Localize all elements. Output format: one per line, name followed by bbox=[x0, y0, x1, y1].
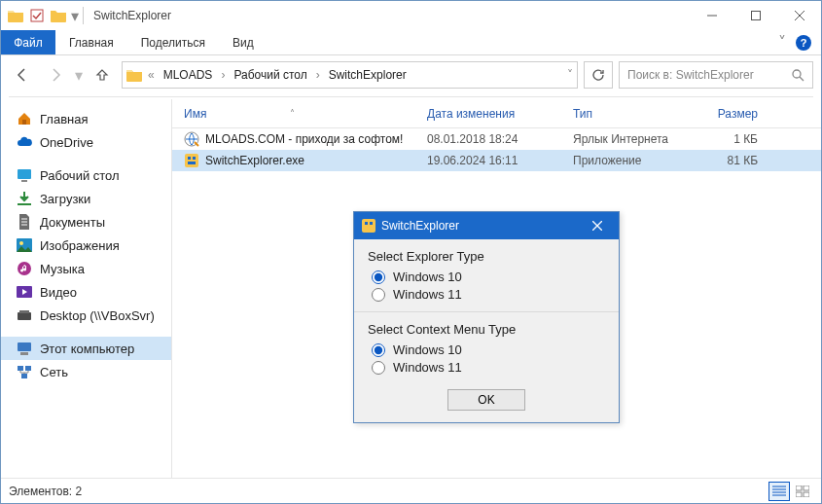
sidebar-item-documents[interactable]: Документы bbox=[1, 210, 171, 234]
ribbon-expand-icon[interactable]: ˅ bbox=[778, 33, 786, 52]
file-row[interactable]: MLOADS.COM - приходи за софтом! 08.01.20… bbox=[172, 128, 821, 150]
address-bar[interactable]: « MLOADS › Рабочий стол › SwitchExplorer… bbox=[122, 61, 578, 89]
radio-explorer-win10[interactable]: Windows 10 bbox=[372, 270, 605, 284]
sidebar-item-label: Документы bbox=[40, 215, 105, 230]
svg-rect-15 bbox=[18, 366, 23, 371]
sidebar-item-label: Видео bbox=[40, 285, 77, 300]
titlebar[interactable]: ▾ SwitchExplorer bbox=[1, 1, 821, 30]
chevron-right-icon[interactable]: › bbox=[314, 68, 322, 82]
sidebar-item-home[interactable]: Главная bbox=[1, 107, 171, 130]
chevron-right-icon[interactable]: › bbox=[219, 68, 227, 82]
sidebar-item-thispc[interactable]: Этот компьютер bbox=[1, 337, 171, 360]
file-date: 19.06.2024 16:11 bbox=[427, 154, 573, 167]
sidebar-item-videos[interactable]: Видео bbox=[1, 280, 171, 304]
file-type: Ярлык Интернета bbox=[573, 132, 690, 146]
svg-rect-13 bbox=[18, 342, 31, 351]
qat-folder-icon[interactable] bbox=[7, 7, 24, 24]
nav-back-button[interactable] bbox=[9, 61, 36, 89]
svg-rect-4 bbox=[18, 169, 31, 179]
dialog-divider bbox=[354, 311, 619, 312]
sidebar-item-music[interactable]: Музыка bbox=[1, 257, 171, 280]
dialog-close-button[interactable] bbox=[584, 212, 611, 239]
svg-rect-27 bbox=[362, 219, 375, 233]
sidebar-item-label: Этот компьютер bbox=[40, 342, 134, 356]
sidebar-item-netdesktop[interactable]: Desktop (\\VBoxSvr) bbox=[1, 304, 171, 327]
sidebar-item-onedrive[interactable]: OneDrive bbox=[1, 130, 171, 154]
svg-rect-21 bbox=[193, 157, 196, 160]
search-input[interactable]: Поиск в: SwitchExplorer bbox=[619, 61, 813, 89]
desktop-icon bbox=[17, 167, 32, 183]
sidebar-item-network[interactable]: Сеть bbox=[1, 360, 171, 383]
help-icon[interactable]: ? bbox=[796, 35, 811, 51]
qat-dropdown-icon[interactable]: ▾ bbox=[71, 7, 79, 25]
svg-rect-24 bbox=[804, 486, 809, 490]
address-dropdown-icon[interactable]: ˅ bbox=[567, 68, 573, 82]
search-placeholder: Поиск в: SwitchExplorer bbox=[627, 68, 791, 82]
folder-icon bbox=[126, 68, 142, 82]
sidebar-item-label: Изображения bbox=[40, 238, 120, 253]
home-icon bbox=[17, 111, 32, 126]
svg-point-2 bbox=[793, 70, 801, 78]
svg-rect-6 bbox=[18, 203, 31, 205]
radio-context-win10[interactable]: Windows 10 bbox=[372, 342, 605, 357]
sidebar-item-downloads[interactable]: Загрузки bbox=[1, 187, 171, 210]
nav-up-button[interactable] bbox=[89, 61, 116, 89]
ribbon-file-tab[interactable]: Файл bbox=[1, 30, 55, 54]
network-icon bbox=[17, 364, 32, 379]
sidebar-item-label: Desktop (\\VBoxSvr) bbox=[40, 308, 155, 323]
svg-rect-19 bbox=[185, 154, 198, 167]
svg-rect-29 bbox=[370, 222, 373, 225]
maximize-button[interactable] bbox=[733, 1, 777, 30]
column-size[interactable]: Размер bbox=[690, 107, 758, 121]
column-headers[interactable]: Имя˄ Дата изменения Тип Размер bbox=[172, 99, 821, 128]
breadcrumb-3[interactable]: SwitchExplorer bbox=[326, 68, 410, 82]
qat-newfolder-icon[interactable] bbox=[50, 7, 67, 24]
svg-rect-20 bbox=[188, 157, 191, 160]
file-size: 1 КБ bbox=[690, 132, 758, 146]
dialog-titlebar[interactable]: SwitchExplorer bbox=[354, 212, 619, 239]
dialog-ok-button[interactable]: OK bbox=[447, 389, 525, 411]
dialog-title: SwitchExplorer bbox=[381, 219, 459, 233]
sidebar-item-label: Загрузки bbox=[40, 192, 90, 206]
download-icon bbox=[17, 191, 32, 206]
breadcrumb-2[interactable]: Рабочий стол bbox=[231, 68, 309, 82]
svg-rect-0 bbox=[31, 10, 43, 21]
sidebar-item-label: Главная bbox=[40, 112, 88, 126]
sidebar-item-label: Музыка bbox=[40, 262, 85, 276]
ribbon-tab-home[interactable]: Главная bbox=[55, 30, 127, 54]
column-name[interactable]: Имя˄ bbox=[184, 107, 427, 121]
file-date: 08.01.2018 18:24 bbox=[427, 132, 573, 146]
ribbon-tab-share[interactable]: Поделиться bbox=[127, 30, 219, 54]
radio-explorer-win11[interactable]: Windows 11 bbox=[372, 287, 605, 302]
nav-history-dropdown[interactable]: ▾ bbox=[75, 66, 83, 85]
dialog-group-label-explorer: Select Explorer Type bbox=[368, 249, 605, 264]
column-type[interactable]: Тип bbox=[573, 107, 690, 121]
file-row[interactable]: SwitchExplorer.exe 19.06.2024 16:11 Прил… bbox=[172, 150, 821, 171]
svg-rect-28 bbox=[365, 222, 368, 225]
video-icon bbox=[17, 284, 32, 300]
search-icon bbox=[791, 68, 804, 82]
sidebar-item-desktop[interactable]: Рабочий стол bbox=[1, 163, 171, 187]
music-icon bbox=[17, 261, 32, 276]
sort-indicator-icon: ˄ bbox=[290, 108, 295, 119]
radio-context-win11[interactable]: Windows 11 bbox=[372, 360, 605, 375]
svg-rect-3 bbox=[22, 120, 26, 125]
ribbon-tab-view[interactable]: Вид bbox=[219, 30, 268, 54]
sidebar-item-label: OneDrive bbox=[40, 135, 93, 150]
breadcrumb-1[interactable]: MLOADS bbox=[161, 68, 216, 82]
view-details-button[interactable] bbox=[768, 482, 790, 501]
column-date[interactable]: Дата изменения bbox=[427, 107, 573, 121]
view-tiles-button[interactable] bbox=[792, 482, 813, 501]
refresh-button[interactable] bbox=[584, 61, 613, 89]
sidebar-item-pictures[interactable]: Изображения bbox=[1, 234, 171, 257]
qat-check-icon[interactable] bbox=[28, 7, 46, 24]
dialog-group-label-context: Select Context Menu Type bbox=[368, 322, 605, 337]
minimize-button[interactable] bbox=[690, 1, 733, 30]
sidebar-item-label: Сеть bbox=[40, 365, 68, 379]
close-button[interactable] bbox=[777, 1, 821, 30]
nav-forward-button[interactable] bbox=[42, 61, 69, 89]
switchexplorer-dialog[interactable]: SwitchExplorer Select Explorer Type Wind… bbox=[353, 211, 620, 423]
file-size: 81 КБ bbox=[690, 154, 758, 167]
sidebar[interactable]: Главная OneDrive Рабочий стол Загрузки Д… bbox=[1, 99, 172, 478]
web-shortcut-icon bbox=[184, 131, 199, 147]
